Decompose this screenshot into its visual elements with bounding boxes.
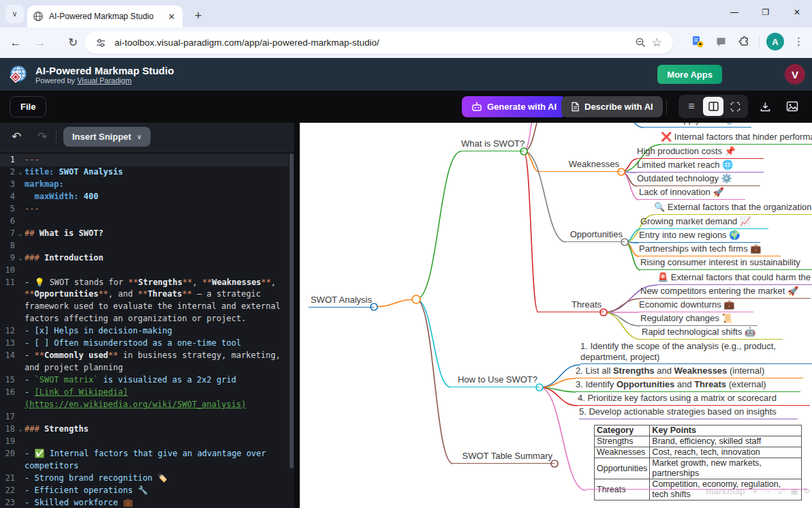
watermark-icon[interactable]: ⤢ <box>779 487 785 496</box>
editor-line-7[interactable]: 7⌄## What is SWOT? <box>0 228 289 240</box>
feedback-flag-icon[interactable] <box>713 33 729 50</box>
map-node-new-competitors[interactable]: New competitors entering the market 🚀 <box>640 286 811 299</box>
site-settings-icon[interactable] <box>93 35 109 51</box>
tab-close-icon[interactable]: ✕ <box>166 11 177 22</box>
map-node-rapid-tech-shifts[interactable]: Rapid technological shifts 🤖 <box>642 327 783 340</box>
map-node-secure-supply-chain[interactable]: Secure supply chain 🔗 <box>644 123 751 128</box>
code-editor[interactable]: 1---2⌄title: SWOT Analysis3markmap:4 max… <box>0 151 289 508</box>
editor-line-4[interactable]: 4 maxWidth: 400 <box>0 191 289 203</box>
map-node-how-to-use-swot[interactable]: How to Use SWOT? <box>451 374 540 387</box>
map-node-step-3[interactable]: 3. Identify Opportunities and Threats (e… <box>576 379 800 392</box>
code-text: - [Link of Wikipedia] (https://en.wikipe… <box>25 387 289 411</box>
editor-line-22[interactable]: 22- Efficient operations 🔧 <box>0 485 289 497</box>
map-node-step-2[interactable]: 2. List all Strengths and Weaknesses (in… <box>576 365 803 378</box>
user-avatar[interactable]: V <box>785 64 805 85</box>
redo-icon[interactable]: ↷ <box>33 128 52 147</box>
export-image-icon[interactable] <box>783 98 801 115</box>
extensions-puzzle-icon[interactable] <box>736 33 752 50</box>
editor-line-20[interactable]: 20- ✅ Internal factors that give an adva… <box>0 448 289 473</box>
fold-chevron-icon[interactable]: ⌄ <box>16 166 25 179</box>
browser-menu-icon[interactable]: ⋮ <box>791 35 807 48</box>
editor-line-17[interactable]: 17 <box>0 411 289 423</box>
editor-line-14[interactable]: 14- **Commonly used** in business strate… <box>0 350 289 374</box>
split-view-icon[interactable] <box>703 97 723 116</box>
editor-line-10[interactable]: 10 <box>0 265 289 277</box>
browser-profile-avatar[interactable]: A <box>766 33 784 50</box>
map-node-economic-downturns[interactable]: Economic downturns 💼 <box>639 299 753 312</box>
watermark-icon[interactable]: ＋ <box>751 486 759 496</box>
map-node-opportunities[interactable]: Opportunities <box>566 229 625 242</box>
map-node-threat-def[interactable]: 🚨 External factors that could harm the o… <box>657 272 812 285</box>
editor-line-13[interactable]: 13- [ ] Often misunderstood as a one-tim… <box>0 338 289 350</box>
editor-line-23[interactable]: 23- Skilled workforce 💼 <box>0 497 289 508</box>
editor-line-8[interactable]: 8 <box>0 240 289 252</box>
editor-line-3[interactable]: 3markmap: <box>0 179 289 191</box>
download-icon[interactable] <box>756 98 774 115</box>
forward-button[interactable]: → <box>31 34 49 52</box>
new-tab-button[interactable]: + <box>189 7 207 25</box>
editor-line-15[interactable]: 15- `SWOT matrix` is visualized as a 2x2… <box>0 374 289 387</box>
map-node-step-4[interactable]: 4. Prioritize key factors using a matrix… <box>578 393 810 406</box>
editor-line-2[interactable]: 2⌄title: SWOT Analysis <box>0 166 289 179</box>
map-node-step-1[interactable]: 1. Identify the scope of the analysis (e… <box>580 341 812 364</box>
node-toggle-circle[interactable] <box>412 295 420 303</box>
browser-tab[interactable]: AI-Powered Markmap Studio ✕ <box>27 5 183 27</box>
map-node-what-is-swot[interactable]: What is SWOT? <box>461 138 524 151</box>
visual-paradigm-link[interactable]: Visual Paradigm <box>77 76 131 85</box>
file-menu-button[interactable]: File <box>10 96 46 117</box>
editor-line-12[interactable]: 12- [x] Helps in decision-making <box>0 325 289 338</box>
fold-chevron-icon[interactable]: ⌄ <box>16 228 25 240</box>
map-node-weaknesses[interactable]: Weaknesses <box>540 159 621 172</box>
map-node-regulatory-changes[interactable]: Regulatory changes 📜 <box>640 313 758 326</box>
editor-scrollbar-thumb[interactable] <box>290 153 294 468</box>
minimize-button[interactable]: — <box>725 3 744 22</box>
editor-line-1[interactable]: 1--- <box>0 154 289 166</box>
reload-button[interactable]: ↻ <box>64 34 82 52</box>
editor-line-11[interactable]: 11- 💡 SWOT stands for **Strengths**, **W… <box>0 277 289 326</box>
fold-chevron-icon[interactable]: ⌄ <box>16 423 25 436</box>
editor-line-18[interactable]: 18⌄### Strengths <box>0 423 289 436</box>
editor-line-5[interactable]: 5--- <box>0 203 289 215</box>
map-node-rising-consumer-interest[interactable]: Rising consumer interest in sustainabili… <box>640 257 812 270</box>
editor-line-6[interactable]: 6 <box>0 215 289 228</box>
editor-line-9[interactable]: 9⌄### Introduction <box>0 252 289 265</box>
editor-line-19[interactable]: 19 <box>0 436 289 448</box>
bookmark-star-icon[interactable]: ☆ <box>649 35 665 51</box>
editor-line-16[interactable]: 16- [Link of Wikipedia] (https://en.wiki… <box>0 387 289 411</box>
back-button[interactable]: ← <box>7 34 25 52</box>
insert-snippet-button[interactable]: Insert Snippet ∨ <box>63 127 151 147</box>
map-node-swot-table-summary[interactable]: SWOT Table Summary <box>453 451 555 464</box>
watermark-icon[interactable]: ↻ <box>804 487 810 496</box>
more-apps-button[interactable]: More Apps <box>657 65 722 84</box>
map-node-growing-market-demand[interactable]: Growing market demand 📈 <box>640 216 768 229</box>
map-node-limited-market-reach[interactable]: Limited market reach 🌐 <box>637 160 764 173</box>
map-node-threats[interactable]: Threats <box>538 299 604 312</box>
powered-by: Powered by Visual Paradigm <box>35 76 174 85</box>
close-window-button[interactable]: ✕ <box>787 3 807 22</box>
watermark-icon[interactable]: ▣ <box>791 487 798 496</box>
zoom-out-icon[interactable] <box>632 35 649 51</box>
editor-only-view-icon[interactable]: ≡ <box>681 97 702 116</box>
map-node-step-5[interactable]: 5. Develop actionable strategies based o… <box>579 406 798 419</box>
describe-with-ai-button[interactable]: Describe with AI <box>561 96 663 117</box>
map-node-weakness-def[interactable]: ❌ Internal factors that hinder performan… <box>661 132 812 145</box>
undo-icon[interactable]: ↶ <box>7 128 26 147</box>
editor-line-21[interactable]: 21- Strong brand recognition 🏷️ <box>0 473 289 485</box>
map-node-high-production-costs[interactable]: High production costs 📌 <box>637 146 764 159</box>
fold-chevron-icon[interactable]: ⌄ <box>16 252 25 265</box>
maximize-button[interactable]: ❐ <box>756 3 775 22</box>
fullscreen-view-icon[interactable] <box>725 97 745 116</box>
map-node-partnerships-tech-firms[interactable]: Partnerships with tech firms 💼 <box>639 243 781 256</box>
map-node-entry-new-regions[interactable]: Entry into new regions 🌍 <box>639 230 760 243</box>
map-node-outdated-technology[interactable]: Outdated technology ⚙️ <box>637 173 760 186</box>
mindmap-pane[interactable]: Secure supply chain 🔗SWOT AnalysisWhat i… <box>300 123 812 508</box>
download-page-extension-icon[interactable] <box>689 33 706 50</box>
markmap-watermark-toolbar[interactable]: markmap＋－⤢▣↻ <box>706 486 810 496</box>
map-node-lack-of-innovation[interactable]: Lack of innovation 🚀 <box>639 187 745 200</box>
address-bar[interactable]: ai-toolbox.visual-paradigm.com/app/ai-po… <box>84 31 673 54</box>
map-node-root-swot-analysis[interactable]: SWOT Analysis <box>309 295 374 308</box>
watermark-icon[interactable]: － <box>765 486 772 496</box>
map-node-opportunity-def[interactable]: 🔍 External factors that the organization… <box>654 202 812 215</box>
tab-search-chevron-icon[interactable]: ∨ <box>5 5 24 23</box>
generate-with-ai-button[interactable]: Generate with AI <box>462 96 566 117</box>
